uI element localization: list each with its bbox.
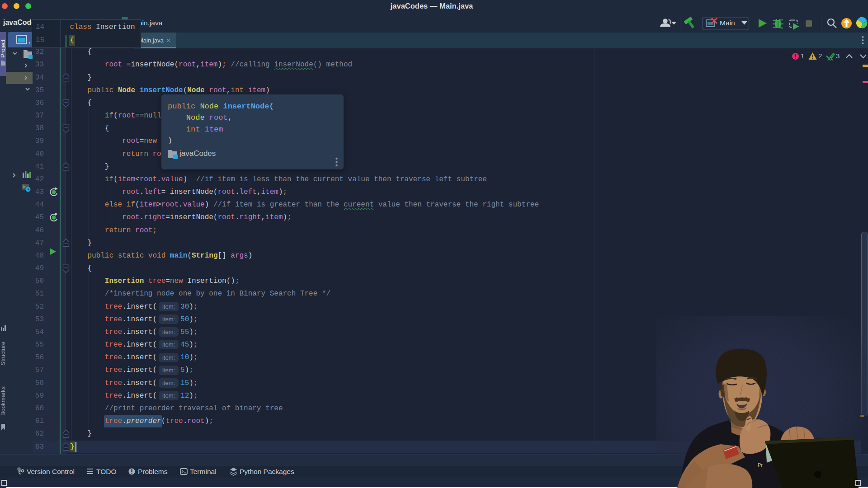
svg-text:Pr: Pr bbox=[758, 462, 763, 468]
